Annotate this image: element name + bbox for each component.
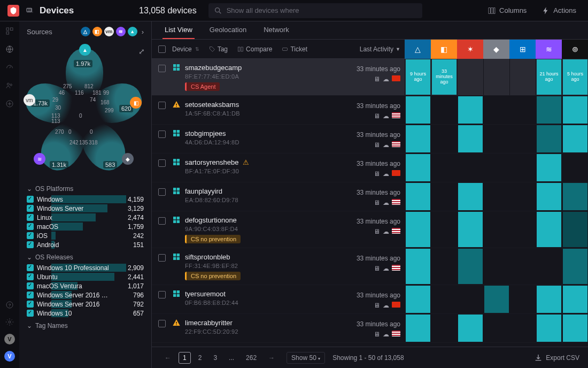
matrix-cell[interactable]	[536, 314, 562, 342]
radar-badge-wave[interactable]: ≋	[34, 153, 45, 165]
matrix-cell[interactable]	[562, 154, 588, 182]
page-2[interactable]: 2	[194, 352, 206, 364]
matrix-cell[interactable]	[457, 125, 483, 153]
matrix-cell[interactable]	[562, 125, 588, 153]
matrix-cell[interactable]	[483, 285, 509, 313]
matrix-cell[interactable]	[536, 96, 562, 124]
page-next[interactable]: →	[264, 352, 279, 364]
filter-row[interactable]: macOS Ventura 1,017	[19, 281, 151, 290]
matrix-cell[interactable]	[562, 314, 588, 342]
matrix-cell[interactable]	[457, 248, 483, 285]
filter-checkbox[interactable]	[27, 273, 34, 280]
matrix-cell[interactable]	[562, 182, 588, 211]
page-1[interactable]: 1	[179, 352, 191, 364]
nav-add-icon[interactable]	[4, 98, 15, 109]
device-row[interactable]: sartorsyrenshebe ⚠ BF:A1:7E:0F:DF:30 33 …	[152, 154, 588, 182]
row-checkbox[interactable]	[158, 188, 166, 196]
device-row[interactable]: limecrabbyritter 22:F9:CC:5D:20:92 33 mi…	[152, 314, 588, 343]
filter-row[interactable]: iOS 242	[19, 231, 151, 240]
filter-row[interactable]: Android 151	[19, 240, 151, 249]
filter-checkbox[interactable]	[27, 301, 34, 308]
matrix-cell[interactable]	[431, 182, 457, 211]
device-row[interactable]: faunplayyird EA:D8:82:60:D9:78 33 minute…	[152, 182, 588, 211]
matrix-cell[interactable]	[431, 211, 457, 248]
matrix-cell[interactable]	[431, 248, 457, 285]
matrix-cell[interactable]: 9 hours ago	[405, 59, 431, 95]
filter-row[interactable]: Windows 4,159	[19, 195, 151, 204]
matrix-cell[interactable]	[536, 248, 562, 285]
filter-row[interactable]: macOS 1,759	[19, 222, 151, 231]
matrix-cell[interactable]	[431, 154, 457, 182]
actions-button[interactable]: Actions	[537, 4, 581, 17]
matrix-cell[interactable]	[536, 285, 562, 313]
source-vm-icon[interactable]: vm	[104, 27, 114, 36]
radar-badge-cloud[interactable]: ▲	[79, 44, 91, 56]
device-row[interactable]: stobgimpjees 4A:D6:DA:12:94:8D 33 minute…	[152, 125, 588, 154]
nav-settings-icon[interactable]	[4, 317, 15, 327]
matrix-cell[interactable]	[536, 125, 562, 153]
matrix-cell[interactable]	[405, 314, 431, 342]
source-palo-icon[interactable]: △	[81, 27, 90, 36]
filter-row[interactable]: Windows Server 2016 792	[19, 300, 151, 309]
row-checkbox[interactable]	[158, 65, 166, 72]
matrix-cell[interactable]	[509, 154, 536, 182]
matrix-cell[interactable]	[431, 285, 457, 313]
matrix-cell[interactable]	[457, 285, 483, 313]
nav-dashboard-icon[interactable]	[4, 26, 15, 36]
user-avatar-2[interactable]: V	[4, 351, 15, 362]
page-prev[interactable]: ←	[160, 352, 175, 364]
column-compare[interactable]: Compare	[237, 45, 272, 53]
matrix-cell[interactable]	[405, 285, 431, 313]
matrix-header-vmware[interactable]: ⊚	[562, 40, 588, 59]
filter-row[interactable]: Ubuntu 2,441	[19, 272, 151, 281]
filter-checkbox[interactable]	[27, 232, 34, 239]
source-cloud-icon[interactable]: ▲	[128, 27, 137, 36]
matrix-cell[interactable]	[457, 59, 483, 95]
column-ticket[interactable]: Ticket	[282, 45, 307, 53]
device-row[interactable]: siftsprotonbleb FF:31:4E:9B:EF:82 CS no …	[152, 248, 588, 285]
matrix-cell[interactable]	[509, 211, 536, 248]
export-csv-button[interactable]: Export CSV	[534, 354, 579, 362]
matrix-cell[interactable]	[509, 59, 536, 95]
page-last[interactable]: 262	[242, 352, 261, 364]
matrix-cell[interactable]	[431, 96, 457, 124]
radar-badge-sentinel[interactable]: ◆	[122, 153, 134, 165]
filter-checkbox[interactable]	[27, 223, 34, 230]
matrix-cell[interactable]	[536, 154, 562, 182]
section-os-platforms[interactable]: ⌄ OS Platforms	[19, 181, 151, 195]
matrix-cell[interactable]	[483, 154, 509, 182]
matrix-cell[interactable]	[431, 314, 457, 342]
filter-checkbox[interactable]	[27, 264, 34, 271]
matrix-cell[interactable]	[405, 96, 431, 124]
filter-row[interactable]: Windows Server 2016 Data... 796	[19, 290, 151, 300]
search-input[interactable]: Show all devices where	[208, 3, 422, 18]
row-checkbox[interactable]	[158, 291, 166, 298]
matrix-cell[interactable]	[509, 248, 536, 285]
page-size-select[interactable]: Show 50 ▾	[287, 352, 325, 364]
matrix-cell[interactable]	[483, 248, 509, 285]
filter-row[interactable]: Linux 2,474	[19, 213, 151, 222]
filter-checkbox[interactable]	[27, 214, 34, 221]
matrix-cell[interactable]: 33 minutes ago	[431, 59, 457, 95]
chevron-right-icon[interactable]: ›	[142, 28, 144, 36]
matrix-cell[interactable]	[457, 154, 483, 182]
matrix-cell[interactable]	[509, 125, 536, 153]
filter-checkbox[interactable]	[27, 241, 34, 248]
filter-checkbox[interactable]	[27, 282, 34, 289]
filter-checkbox[interactable]	[27, 205, 34, 212]
matrix-cell[interactable]: 5 hours ago	[562, 59, 588, 95]
matrix-cell[interactable]	[457, 314, 483, 342]
matrix-cell[interactable]	[509, 182, 536, 211]
matrix-cell[interactable]	[483, 314, 509, 342]
row-checkbox[interactable]	[158, 320, 166, 327]
source-wave-icon[interactable]: ≋	[116, 27, 126, 36]
row-checkbox[interactable]	[158, 131, 166, 138]
nav-help-icon[interactable]: ?	[4, 300, 15, 310]
nav-gauge-icon[interactable]	[4, 62, 15, 73]
page-3[interactable]: 3	[209, 352, 221, 364]
matrix-cell[interactable]	[562, 285, 588, 313]
matrix-cell[interactable]	[509, 285, 536, 313]
section-os-releases[interactable]: ⌄ OS Releases	[19, 249, 151, 263]
matrix-cell[interactable]	[483, 125, 509, 153]
matrix-cell[interactable]	[405, 154, 431, 182]
